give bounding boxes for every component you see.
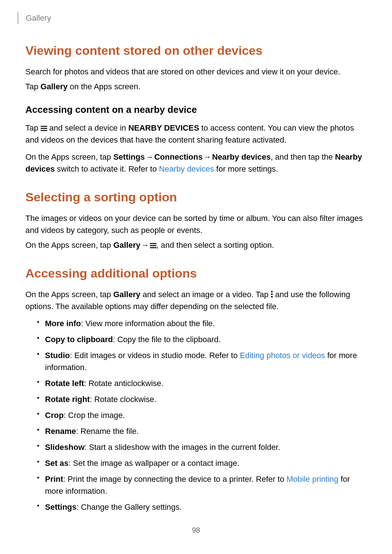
- breadcrumb-divider: [17, 12, 19, 24]
- text: , and then select a sorting option.: [156, 241, 274, 250]
- section1-sub-p2: On the Apps screen, tap Settings → Conne…: [25, 151, 367, 175]
- text: for more settings.: [214, 164, 278, 173]
- option-name: Rotate right: [45, 395, 90, 404]
- arrow-icon: →: [203, 151, 212, 163]
- svg-rect-3: [150, 243, 156, 244]
- text: On the Apps screen, tap: [25, 152, 113, 161]
- menu-icon: [41, 126, 47, 131]
- option-desc: : Crop the image.: [64, 411, 125, 420]
- text: and select a device in: [47, 123, 128, 132]
- list-item: Rotate right: Rotate clockwise.: [37, 393, 367, 405]
- section-title-sorting: Selecting a sorting option: [25, 190, 367, 204]
- bold-text: Gallery: [113, 241, 140, 250]
- list-item: Print: Print the image by connecting the…: [37, 473, 367, 497]
- text: and select an image or a video. Tap: [140, 290, 271, 299]
- text: switch to activate it. Refer to: [55, 164, 159, 173]
- svg-rect-7: [271, 294, 273, 295]
- section2-p2: On the Apps screen, tap Gallery → , and …: [25, 239, 367, 251]
- link-editing-photos[interactable]: Editing photos or videos: [240, 351, 325, 360]
- section-title-additional: Accessing additional options: [25, 266, 367, 280]
- bold-text: Gallery: [41, 82, 68, 91]
- bold-text: Gallery: [113, 290, 140, 299]
- option-desc: : Rename the file.: [76, 427, 139, 436]
- bold-text: NEARBY DEVICES: [128, 123, 199, 132]
- section-title-viewing: Viewing content stored on other devices: [25, 44, 367, 58]
- bold-text: Connections: [154, 152, 203, 161]
- section2-p1: The images or videos on your device can …: [25, 212, 367, 236]
- section3-p1: On the Apps screen, tap Gallery and sele…: [25, 288, 367, 312]
- option-desc: : Change the Gallery settings.: [77, 502, 182, 512]
- list-item: Set as: Set the image as wallpaper or a …: [37, 457, 367, 469]
- options-list: More info: View more information about t…: [25, 317, 367, 513]
- option-name: Rename: [45, 427, 76, 436]
- option-desc: : Print the image by connecting the devi…: [63, 475, 286, 484]
- text: , and then tap the: [271, 152, 335, 161]
- breadcrumb-text: Gallery: [26, 13, 51, 23]
- section1-p2: Tap Gallery on the Apps screen.: [25, 81, 367, 93]
- list-item: Studio: Edit images or videos in studio …: [37, 349, 367, 373]
- svg-rect-4: [150, 245, 156, 246]
- svg-rect-5: [150, 247, 156, 248]
- option-name: Copy to clipboard: [45, 335, 113, 344]
- option-name: Studio: [45, 351, 70, 360]
- arrow-icon: →: [145, 151, 154, 163]
- option-desc: : View more information about the file.: [81, 319, 215, 328]
- option-desc: : Set the image as wallpaper or a contac…: [69, 459, 240, 468]
- option-desc: : Copy the file to the clipboard.: [113, 335, 221, 344]
- bold-text: Nearby devices: [212, 152, 270, 161]
- link-mobile-printing[interactable]: Mobile printing: [286, 475, 338, 484]
- option-name: Settings: [45, 502, 77, 512]
- text: Tap: [25, 123, 41, 132]
- option-desc: : Edit images or videos in studio mode. …: [70, 351, 240, 360]
- list-item: Slideshow: Start a slideshow with the im…: [37, 441, 367, 453]
- list-item: Copy to clipboard: Copy the file to the …: [37, 333, 367, 345]
- svg-rect-6: [271, 291, 273, 292]
- subsection-title-accessing: Accessing content on a nearby device: [25, 104, 367, 115]
- link-nearby-devices[interactable]: Nearby devices: [159, 164, 214, 173]
- list-item: Rename: Rename the file.: [37, 425, 367, 437]
- svg-rect-0: [41, 126, 47, 127]
- option-desc: : Start a slideshow with the images in t…: [85, 443, 280, 452]
- option-desc: : Rotate clockwise.: [90, 395, 156, 404]
- list-item: More info: View more information about t…: [37, 317, 367, 329]
- option-name: Print: [45, 475, 63, 484]
- svg-rect-8: [271, 296, 273, 297]
- svg-rect-1: [41, 128, 47, 129]
- option-name: More info: [45, 319, 81, 328]
- option-name: Rotate left: [45, 379, 84, 388]
- list-item: Crop: Crop the image.: [37, 409, 367, 421]
- option-name: Set as: [45, 459, 69, 468]
- menu-icon: [150, 243, 156, 248]
- text: On the Apps screen, tap: [25, 241, 113, 250]
- svg-rect-2: [41, 130, 47, 131]
- section1-sub-p1: Tap and select a device in NEARBY DEVICE…: [25, 122, 367, 146]
- breadcrumb: Gallery: [25, 0, 367, 24]
- bold-text: Settings: [113, 152, 145, 161]
- arrow-icon: →: [140, 239, 150, 251]
- option-name: Crop: [45, 411, 64, 420]
- text: On the Apps screen, tap: [25, 290, 113, 299]
- section1-p1: Search for photos and videos that are st…: [25, 66, 367, 78]
- text: Tap: [25, 82, 41, 91]
- option-name: Slideshow: [45, 443, 85, 452]
- page-content: Gallery Viewing content stored on other …: [0, 0, 392, 554]
- list-item: Settings: Change the Gallery settings.: [37, 501, 367, 513]
- list-item: Rotate left: Rotate anticlockwise.: [37, 377, 367, 389]
- option-desc: : Rotate anticlockwise.: [84, 379, 164, 388]
- text: on the Apps screen.: [68, 82, 140, 91]
- page-number: 98: [0, 526, 392, 534]
